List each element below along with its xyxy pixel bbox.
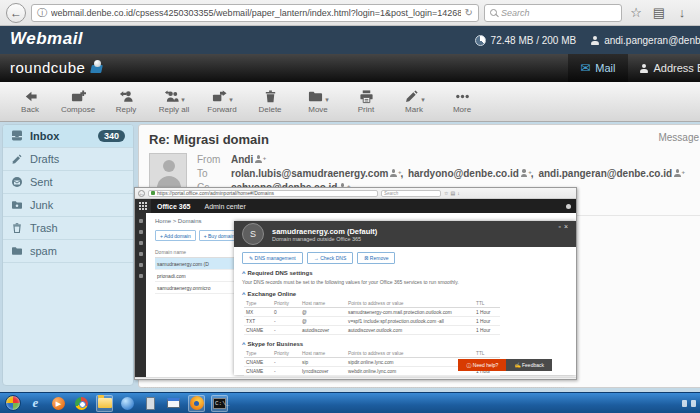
delete-button[interactable]: Delete bbox=[248, 89, 292, 114]
reload-icon[interactable]: ↻ bbox=[465, 7, 473, 18]
start-button[interactable] bbox=[4, 395, 21, 412]
to-address[interactable]: andi.pangeran@denbe.co.id bbox=[538, 168, 672, 179]
add-contact-icon[interactable] bbox=[390, 169, 398, 177]
message-count-label: Message bbox=[658, 132, 699, 147]
remove-button: ⊠ Remove bbox=[357, 252, 395, 264]
tab-address-book-label: Address Book bbox=[654, 62, 700, 74]
address-bar[interactable]: ⓘ webmail.denbe.co.id/cpsess4250303355/w… bbox=[31, 4, 479, 22]
embedded-url-text: https://portal.office.com/adminportal/ho… bbox=[157, 190, 274, 196]
tab-mail-label: Mail bbox=[595, 62, 615, 74]
browser-toolbar: ← ⓘ webmail.denbe.co.id/cpsess4250303355… bbox=[0, 0, 700, 26]
unread-count-badge: 340 bbox=[98, 130, 125, 142]
more-dots-icon bbox=[454, 89, 471, 104]
embedded-address-bar: https://portal.office.com/adminportal/ho… bbox=[148, 190, 378, 197]
add-domain-button: + Add domain bbox=[155, 230, 196, 241]
roundcube-logo: roundcube bbox=[10, 59, 105, 76]
folder-sent[interactable]: Sent bbox=[3, 171, 133, 194]
reply-button[interactable]: Reply bbox=[104, 89, 148, 114]
chevron-down-icon: ▾ bbox=[421, 96, 425, 104]
domain-column-header: Domain name bbox=[155, 249, 243, 258]
to-address[interactable]: rolan.lubis@samudraenergy.com bbox=[231, 168, 388, 179]
to-address[interactable]: hardyono@denbe.co.id bbox=[408, 168, 519, 179]
taskbar-icon-command-prompt[interactable]: C:\_ bbox=[211, 395, 228, 412]
domain-title: samudraenergy.com (Default) bbox=[272, 227, 377, 236]
tray-icon[interactable] bbox=[691, 400, 696, 407]
add-contact-icon[interactable] bbox=[521, 169, 529, 177]
reply-icon bbox=[118, 89, 135, 104]
dns-record-row: MX0@samudraenergy-com.mail.protection.ou… bbox=[244, 308, 500, 317]
taskbar-icon-file-explorer[interactable] bbox=[96, 395, 113, 412]
compose-button[interactable]: Compose bbox=[56, 89, 100, 114]
bookmark-star-icon[interactable]: ☆ bbox=[627, 5, 645, 20]
reply-all-button[interactable]: ▾ Reply all bbox=[152, 89, 196, 114]
office365-header: Office 365 Admin center bbox=[135, 199, 576, 213]
site-info-icon[interactable]: ⓘ bbox=[37, 6, 47, 20]
folder-drafts[interactable]: Drafts bbox=[3, 148, 133, 171]
message-subject: Re: Migrasi domain bbox=[149, 132, 269, 147]
taskbar-icon-chrome[interactable] bbox=[73, 395, 90, 412]
collapse-caret-icon: ^ bbox=[242, 291, 246, 297]
start-orb-icon bbox=[5, 395, 21, 411]
webmail-header: Webmail 72.48 MB / 200 MB andi.pangeran@… bbox=[0, 26, 700, 54]
add-contact-icon[interactable] bbox=[674, 169, 682, 177]
system-tray[interactable] bbox=[682, 400, 696, 407]
admin-center-label: Admin center bbox=[204, 203, 245, 210]
chevron-down-icon: ▾ bbox=[325, 96, 329, 104]
quota-text: 72.48 MB / 200 MB bbox=[491, 35, 577, 46]
tab-address-book[interactable]: Address Book bbox=[628, 54, 700, 82]
taskbar-icon-browser-sphere[interactable] bbox=[119, 395, 136, 412]
domain-avatar: S bbox=[242, 223, 264, 245]
taskbar-icon-device[interactable] bbox=[142, 395, 159, 412]
account-menu[interactable]: andi.pangeran@denbe.co.id bbox=[590, 35, 700, 46]
back-arrow-icon: ← bbox=[138, 190, 145, 197]
folder-label: Trash bbox=[30, 222, 58, 234]
folder-icon bbox=[307, 89, 324, 104]
browser-back-button[interactable]: ← bbox=[6, 3, 26, 23]
required-dns-description: Your DNS records must be set to the foll… bbox=[242, 279, 568, 285]
embedded-horizontal-scrollbar bbox=[135, 377, 576, 380]
downloads-icon[interactable]: ↓ bbox=[673, 5, 691, 20]
embedded-browser-bar: ← https://portal.office.com/adminportal/… bbox=[135, 188, 576, 199]
url-text[interactable]: webmail.denbe.co.id/cpsess4250303355/web… bbox=[51, 8, 461, 18]
collapse-caret-icon: ^ bbox=[242, 341, 246, 347]
from-label: From bbox=[197, 153, 225, 167]
taskbar-icon-firefox[interactable] bbox=[188, 395, 205, 412]
user-email: andi.pangeran@denbe.co.id bbox=[604, 35, 700, 46]
need-help-button: ⓘ Need help? bbox=[458, 359, 506, 371]
domain-subtitle: Domain managed outside Office 365 bbox=[272, 236, 377, 242]
message-view: Re: Migrasi domain Message From Andi To … bbox=[138, 124, 700, 388]
address-book-icon bbox=[640, 64, 649, 73]
to-value: rolan.lubis@samudraenergy.com, hardyono@… bbox=[231, 167, 684, 181]
folder-junk[interactable]: Junk bbox=[3, 194, 133, 217]
more-button[interactable]: More bbox=[440, 89, 484, 114]
pencil-icon bbox=[11, 153, 23, 165]
forward-button[interactable]: ▾ Forward bbox=[200, 89, 244, 114]
trash-icon bbox=[262, 89, 279, 104]
sent-envelope-icon bbox=[11, 176, 23, 188]
move-button[interactable]: ▾ Move bbox=[296, 89, 340, 114]
taskbar-icon-internet-explorer[interactable]: e bbox=[27, 395, 44, 412]
https-lock-icon bbox=[151, 191, 155, 195]
from-value: Andi bbox=[231, 153, 265, 167]
browser-search-input[interactable]: Search bbox=[484, 4, 622, 22]
folder-trash[interactable]: Trash bbox=[3, 217, 133, 240]
tray-icon[interactable] bbox=[682, 400, 687, 407]
domain-row: samudraenergy.com (D bbox=[155, 258, 243, 270]
office365-brand: Office 365 bbox=[157, 203, 190, 210]
folder-spam[interactable]: spam bbox=[3, 240, 133, 263]
windows-taskbar: e ▶ C:\_ bbox=[0, 392, 700, 413]
folder-inbox[interactable]: Inbox 340 bbox=[3, 125, 133, 148]
back-button[interactable]: Back bbox=[8, 89, 52, 114]
quota-pie-icon bbox=[475, 35, 486, 46]
message-body-artifact bbox=[144, 387, 564, 388]
taskbar-icon-desktop-window[interactable] bbox=[165, 395, 182, 412]
bookmarks-menu-icon[interactable]: ▤ bbox=[650, 5, 668, 20]
junk-folder-icon bbox=[11, 199, 23, 211]
print-button[interactable]: Print bbox=[344, 89, 388, 114]
tab-mail[interactable]: ✉ Mail bbox=[568, 54, 627, 82]
add-contact-icon[interactable] bbox=[255, 155, 263, 163]
taskbar-icon-media-player[interactable]: ▶ bbox=[50, 395, 67, 412]
folder-label: Drafts bbox=[30, 153, 59, 165]
exchange-online-title: Exchange Online bbox=[248, 291, 297, 297]
mark-button[interactable]: ▾ Mark bbox=[392, 89, 436, 114]
